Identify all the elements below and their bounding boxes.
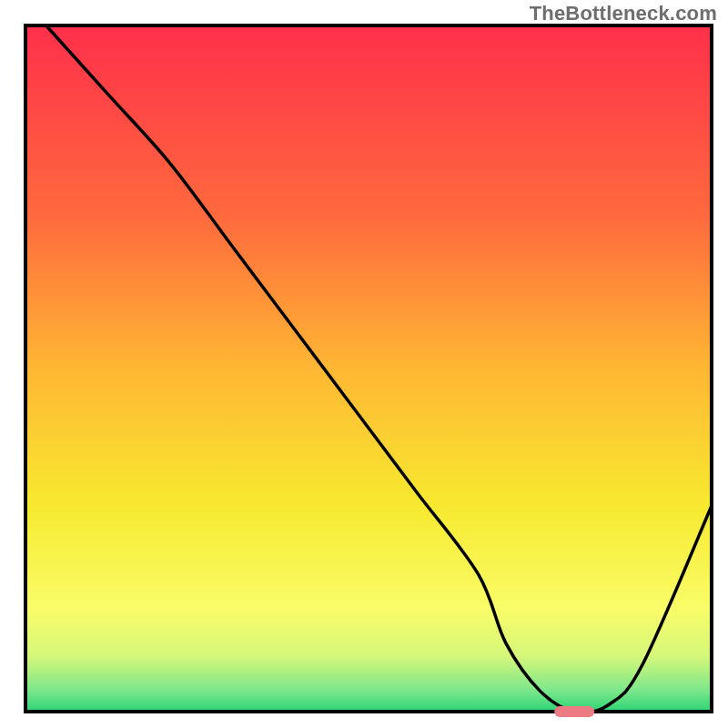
watermark-text: TheBottleneck.com: [530, 2, 717, 25]
bottleneck-chart: [0, 0, 728, 728]
chart-container: TheBottleneck.com: [0, 0, 728, 728]
target-marker: [554, 706, 594, 717]
chart-background: [25, 25, 712, 712]
